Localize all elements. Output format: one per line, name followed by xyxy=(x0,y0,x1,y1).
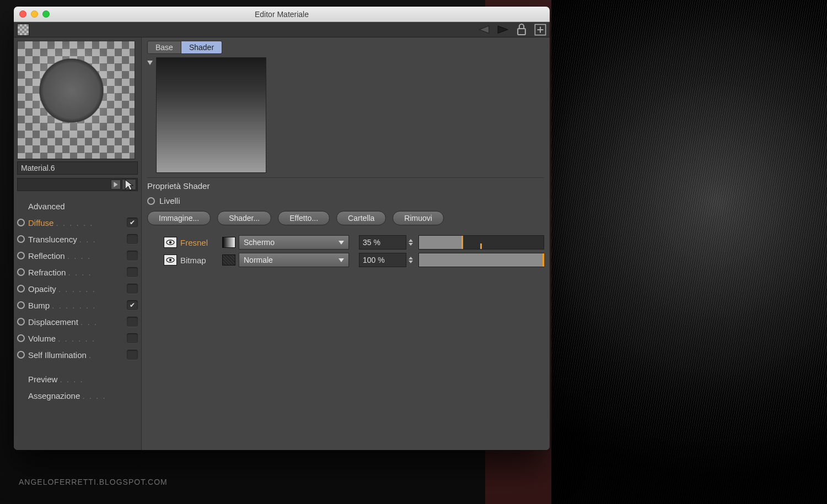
extra-label: Assegnazione . . . . xyxy=(28,391,138,400)
blend-mode-value: Normale xyxy=(244,256,273,264)
svg-rect-2 xyxy=(518,29,525,35)
tab-shader[interactable]: Shader xyxy=(181,41,222,54)
channel-checkbox[interactable] xyxy=(127,218,138,227)
svg-marker-4 xyxy=(114,182,117,187)
radio-icon[interactable] xyxy=(17,351,25,359)
button-folder[interactable]: Cartella xyxy=(336,211,386,225)
section-title: Proprietà Shader xyxy=(147,177,544,194)
navigator-row xyxy=(17,178,138,191)
add-icon[interactable] xyxy=(534,24,546,36)
extra-label: Preview . . . . xyxy=(28,375,138,384)
sidebar-item-opacity[interactable]: Opacity . . . . . . xyxy=(17,280,138,297)
toolbar xyxy=(14,22,550,37)
levels-row[interactable]: Livelli xyxy=(147,196,544,205)
material-editor-window: Editor Materiale Material.6 xyxy=(14,7,550,450)
sidebar-item-translucency[interactable]: Translucency . . . xyxy=(17,231,138,247)
percent-stepper[interactable] xyxy=(409,253,415,267)
svg-point-6 xyxy=(169,241,171,243)
blend-mode-dropdown[interactable]: Normale xyxy=(239,253,349,267)
percent-input[interactable]: 35 % xyxy=(359,235,406,250)
channel-label: Diffuse . . . . . . xyxy=(28,218,123,227)
sidebar-item-refraction[interactable]: Refraction . . . . xyxy=(17,264,138,280)
sidebar-item-preview[interactable]: Preview . . . . xyxy=(17,371,138,387)
action-buttons: Immagine... Shader... Effetto... Cartell… xyxy=(147,211,544,225)
sidebar-item-assegnazione[interactable]: Assegnazione . . . . xyxy=(17,387,138,404)
layer-row-bitmap: BitmapNormale100 % xyxy=(147,253,544,267)
titlebar: Editor Materiale xyxy=(14,7,550,22)
svg-marker-0 xyxy=(479,26,489,33)
backdrop-cloth xyxy=(551,0,827,504)
layer-swatch[interactable] xyxy=(222,237,235,248)
channel-checkbox[interactable] xyxy=(127,350,138,360)
channel-checkbox[interactable] xyxy=(127,300,138,310)
radio-icon[interactable] xyxy=(17,301,25,309)
radio-icon[interactable] xyxy=(17,318,25,326)
channel-label: Opacity . . . . . . xyxy=(28,284,123,294)
radio-icon[interactable] xyxy=(17,268,25,276)
percent-stepper[interactable] xyxy=(409,235,415,250)
visibility-toggle[interactable] xyxy=(164,237,177,248)
sidebar-item-diffuse[interactable]: Diffuse . . . . . . xyxy=(17,214,138,231)
sidebar: Material.6 Advanced Diffuse . . . . . . … xyxy=(14,37,142,450)
sidebar-item-displacement[interactable]: Displacement . . . xyxy=(17,313,138,330)
window-title: Editor Materiale xyxy=(14,10,550,19)
picker-cursor-icon[interactable] xyxy=(122,179,136,190)
tab-base[interactable]: Base xyxy=(147,41,181,54)
channel-checkbox[interactable] xyxy=(127,267,138,277)
nav-back-icon[interactable] xyxy=(478,24,490,36)
layer-name[interactable]: Bitmap xyxy=(180,256,219,265)
layer-row-fresnel: FresnelSchermo35 % xyxy=(147,235,544,250)
svg-marker-1 xyxy=(498,26,508,33)
channel-checkbox[interactable] xyxy=(127,317,138,327)
channel-checkbox[interactable] xyxy=(127,251,138,261)
material-type-icon[interactable] xyxy=(17,24,29,36)
sidebar-item-self-illumination[interactable]: Self Illumination . xyxy=(17,346,138,363)
percent-slider[interactable] xyxy=(418,253,544,267)
layer-swatch[interactable] xyxy=(222,254,235,265)
chevron-down-icon xyxy=(339,258,344,262)
svg-point-8 xyxy=(169,259,171,261)
chevron-down-icon xyxy=(339,241,344,245)
layer-name[interactable]: Fresnel xyxy=(180,238,219,247)
button-shader[interactable]: Shader... xyxy=(217,211,271,225)
button-effect[interactable]: Effetto... xyxy=(278,211,330,225)
sidebar-item-volume[interactable]: Volume . . . . . . xyxy=(17,330,138,346)
radio-icon[interactable] xyxy=(17,334,25,342)
shader-preview[interactable] xyxy=(156,57,266,173)
sidebar-item-advanced[interactable]: Advanced xyxy=(17,198,138,214)
channel-checkbox[interactable] xyxy=(127,284,138,294)
channel-label: Reflection . . . . xyxy=(28,251,123,261)
watermark: ANGELOFERRETTI.BLOGSPOT.COM xyxy=(19,478,168,486)
levels-label: Livelli xyxy=(159,196,180,205)
radio-icon[interactable] xyxy=(17,252,25,259)
channel-label: Self Illumination . xyxy=(28,350,123,360)
nav-forward-icon[interactable] xyxy=(497,24,509,36)
channel-list: Advanced Diffuse . . . . . . Translucenc… xyxy=(14,197,141,450)
channel-label: Displacement . . . xyxy=(28,317,123,327)
channel-label: Bump . . . . . . . xyxy=(28,301,123,310)
radio-icon[interactable] xyxy=(17,219,25,226)
blend-mode-dropdown[interactable]: Schermo xyxy=(239,235,349,250)
disclosure-icon[interactable] xyxy=(147,61,153,65)
channel-checkbox[interactable] xyxy=(127,234,138,244)
radio-icon[interactable] xyxy=(17,285,25,292)
percent-input[interactable]: 100 % xyxy=(359,253,406,267)
button-remove[interactable]: Rimuovi xyxy=(393,211,444,225)
button-image[interactable]: Immagine... xyxy=(147,211,211,225)
lock-icon[interactable] xyxy=(515,24,528,36)
tab-bar: Base Shader xyxy=(147,41,544,54)
material-name-input[interactable]: Material.6 xyxy=(17,161,138,175)
channel-checkbox[interactable] xyxy=(127,333,138,343)
main-panel: Base Shader Proprietà Shader Livelli Imm… xyxy=(142,37,550,450)
channel-label: Translucency . . . xyxy=(28,235,123,244)
percent-slider[interactable] xyxy=(418,235,544,250)
visibility-toggle[interactable] xyxy=(164,254,177,265)
sidebar-item-reflection[interactable]: Reflection . . . . xyxy=(17,247,138,264)
radio-icon[interactable] xyxy=(17,235,25,243)
blend-mode-value: Schermo xyxy=(244,238,275,247)
material-preview[interactable] xyxy=(17,41,135,159)
expand-icon[interactable] xyxy=(111,180,121,189)
sidebar-item-bump[interactable]: Bump . . . . . . . xyxy=(17,297,138,313)
levels-radio-icon[interactable] xyxy=(147,197,155,205)
channel-label: Volume . . . . . . xyxy=(28,334,123,343)
